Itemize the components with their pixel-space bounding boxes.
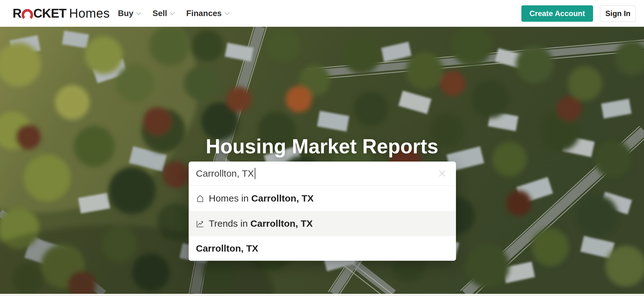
suggestion-trends-in-city[interactable]: Trends in Carrollton, TX <box>189 211 456 236</box>
nav-item-buy[interactable]: Buy <box>118 9 141 18</box>
suggestion-homes-in-city[interactable]: Homes in Carrollton, TX <box>189 186 456 211</box>
search-suggestions-list: Homes in Carrollton, TX Trends in Carrol… <box>189 186 456 261</box>
nav-item-sell[interactable]: Sell <box>153 9 175 18</box>
clear-search-button[interactable] <box>438 169 447 178</box>
chevron-down-icon <box>170 12 175 15</box>
trend-up-icon <box>196 219 204 228</box>
header-actions: Create Account Sign In <box>521 5 636 22</box>
suggestion-label: Trends in Carrollton, TX <box>209 218 313 229</box>
chevron-down-icon <box>136 12 141 15</box>
close-icon <box>438 169 447 178</box>
rocket-homes-page: R CKET Homes Buy Sell Finances Create Ac… <box>0 0 644 296</box>
sign-in-button[interactable]: Sign In <box>600 5 636 22</box>
logo-rocket-wordmark: R CKET <box>13 6 66 20</box>
nav-item-label: Buy <box>118 9 133 18</box>
location-search-panel: Carrollton, TX Homes in Carrollton, TX <box>189 162 456 261</box>
home-icon <box>196 194 204 203</box>
nav-item-label: Sell <box>153 9 167 18</box>
text-caret <box>255 168 255 179</box>
search-input[interactable]: Carrollton, TX <box>189 162 456 186</box>
main-nav: Buy Sell Finances <box>118 9 230 18</box>
page-bottom-strip <box>0 294 644 296</box>
logo-homes-wordmark: Homes <box>69 6 110 20</box>
search-input-value: Carrollton, TX <box>196 168 254 179</box>
nav-item-finances[interactable]: Finances <box>186 9 230 18</box>
rocket-o-icon <box>22 7 33 20</box>
nav-item-label: Finances <box>186 9 222 18</box>
hero-section: Housing Market Reports Carrollton, TX Ho… <box>0 27 644 294</box>
chevron-down-icon <box>225 12 230 15</box>
suggestion-label: Homes in Carrollton, TX <box>209 193 314 204</box>
rocket-homes-logo[interactable]: R CKET Homes <box>13 6 110 20</box>
create-account-button[interactable]: Create Account <box>521 5 593 22</box>
top-nav-bar: R CKET Homes Buy Sell Finances Create Ac… <box>0 0 644 27</box>
suggestion-city[interactable]: Carrollton, TX <box>189 236 456 261</box>
page-title: Housing Market Reports <box>0 135 644 158</box>
suggestion-label: Carrollton, TX <box>196 243 258 254</box>
